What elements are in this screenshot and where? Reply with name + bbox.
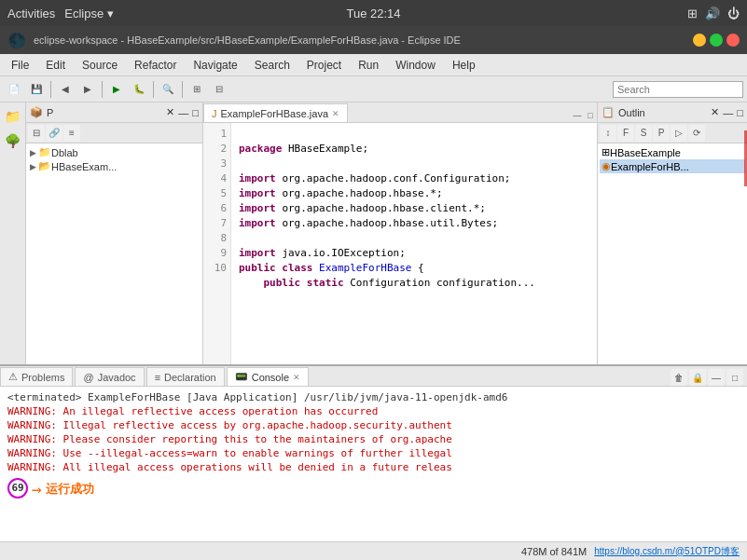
toolbar-save[interactable]: 💾 xyxy=(26,79,47,100)
outline-class-icon: ◉ xyxy=(602,160,611,172)
code-area: 1 2 3 4 5 6 7 8 9 10 package HBaseExampl… xyxy=(203,123,597,364)
line-badge: 69 xyxy=(7,478,28,499)
toolbar-forward[interactable]: ▶ xyxy=(77,79,98,100)
outline-hide-static[interactable]: S xyxy=(635,125,652,142)
editor-max-btn[interactable]: □ xyxy=(584,109,597,122)
toolbar-back[interactable]: ◀ xyxy=(55,79,76,100)
window-title: eclipse-workspace - HBaseExample/src/HBa… xyxy=(34,34,461,46)
eclipse-menu[interactable]: Eclipse ▾ xyxy=(64,7,114,20)
line-num-6: 6 xyxy=(203,201,230,216)
window-controls xyxy=(693,34,740,47)
console-min[interactable]: — xyxy=(708,369,725,386)
editor-tab-exampleforhbase[interactable]: J ExampleForHBase.java ✕ xyxy=(203,103,348,122)
tree-label: HBaseExam... xyxy=(51,161,117,172)
ptb-link[interactable]: 🔗 xyxy=(46,125,62,142)
outline-max[interactable]: □ xyxy=(737,107,743,118)
toolbar-search-btn[interactable]: 🔍 xyxy=(158,79,178,100)
minimize-button[interactable] xyxy=(693,34,706,47)
outline-header: 📋 Outlin ✕ — □ xyxy=(598,102,747,123)
menu-refactor[interactable]: Refactor xyxy=(127,57,184,74)
tab-declaration[interactable]: ≡ Declaration xyxy=(146,367,225,386)
status-link[interactable]: https://blog.csdn.m/@51OTPD博客 xyxy=(594,545,740,558)
console-warning-1: WARNING: An illegal reflective access op… xyxy=(7,404,740,418)
sidebar-hierarchy-icon[interactable]: 🌳 xyxy=(3,130,23,151)
ptb-collapse[interactable]: ⊟ xyxy=(28,125,45,142)
editor-tab-label: ExampleForHBase.java xyxy=(221,108,329,119)
outline-item-hbaseexample[interactable]: ⊞ HBaseExample xyxy=(600,145,745,159)
eclipse-logo-icon: 🌑 xyxy=(7,32,26,49)
tab-console-close[interactable]: ✕ xyxy=(293,373,300,382)
editor-tab-close[interactable]: ✕ xyxy=(332,109,339,118)
volume-icon: 🔊 xyxy=(705,7,720,20)
outline-hide-fields[interactable]: F xyxy=(617,125,634,142)
console-area[interactable]: <terminated> ExampleForHBase [Java Appli… xyxy=(0,387,747,541)
main-area: 📁 🌳 📦 P ✕ — □ ⊟ 🔗 ≡ ▶ 📁 Dblab xyxy=(0,102,747,364)
editor-min-btn[interactable]: — xyxy=(571,109,584,122)
toolbar-new[interactable]: 📄 xyxy=(4,79,24,100)
outline-expand[interactable]: ▷ xyxy=(671,125,687,142)
code-content[interactable]: package HBaseExample; import org.apache.… xyxy=(231,123,597,364)
outline-hide-nonpub[interactable]: P xyxy=(653,125,670,142)
tab-console-label: Console xyxy=(252,372,289,383)
arrow-icon: → xyxy=(32,482,42,496)
line-numbers: 1 2 3 4 5 6 7 8 9 10 xyxy=(203,123,231,364)
menu-source[interactable]: Source xyxy=(75,57,125,74)
console-icon: 📟 xyxy=(235,371,248,383)
outline-class-label: ExampleForHB... xyxy=(611,161,689,172)
menu-search[interactable]: Search xyxy=(247,57,297,74)
console-max[interactable]: □ xyxy=(726,369,743,386)
toolbar-sep1 xyxy=(50,81,51,98)
line-num-8: 8 xyxy=(203,231,230,246)
menu-run[interactable]: Run xyxy=(351,57,386,74)
outline-sync[interactable]: ⟳ xyxy=(688,125,705,142)
maximize-button[interactable] xyxy=(710,34,723,47)
window-titlebar: 🌑 eclipse-workspace - HBaseExample/src/H… xyxy=(0,26,747,54)
tab-console[interactable]: 📟 Console ✕ xyxy=(227,367,309,386)
package-explorer-min[interactable]: — xyxy=(178,107,188,118)
outline-min[interactable]: — xyxy=(723,107,733,118)
console-scroll-lock[interactable]: 🔒 xyxy=(689,369,706,386)
tree-item-dblab[interactable]: ▶ 📁 Dblab xyxy=(28,145,201,159)
console-clear[interactable]: 🗑 xyxy=(671,369,687,386)
activities-label[interactable]: Activities xyxy=(7,7,55,20)
power-icon: ⏻ xyxy=(727,7,740,20)
menu-help[interactable]: Help xyxy=(445,57,483,74)
package-explorer-close[interactable]: ✕ xyxy=(166,106,174,118)
editor-panel: J ExampleForHBase.java ✕ — □ 1 2 3 4 5 6… xyxy=(203,102,598,364)
menu-edit[interactable]: Edit xyxy=(38,57,73,74)
menu-window[interactable]: Window xyxy=(388,57,443,74)
toolbar-run[interactable]: ▶ xyxy=(106,79,127,100)
console-terminated-line: <terminated> ExampleForHBase [Java Appli… xyxy=(7,390,740,404)
toolbar-perspective[interactable]: ⊞ xyxy=(187,79,207,100)
menu-file[interactable]: File xyxy=(4,57,36,74)
tree-item-hbaseexample[interactable]: ▶ 📂 HBaseExam... xyxy=(28,159,201,173)
bottom-tabs: ⚠ Problems @ Javadoc ≡ Declaration 📟 Con… xyxy=(0,366,747,387)
toolbar-sep3 xyxy=(153,81,154,98)
toolbar-grid[interactable]: ⊟ xyxy=(209,79,229,100)
outline-sort[interactable]: ↕ xyxy=(600,125,616,142)
toolbar-search-input[interactable] xyxy=(613,81,743,98)
outline-item-class[interactable]: ◉ ExampleForHB... xyxy=(600,159,745,173)
menu-navigate[interactable]: Navigate xyxy=(186,57,244,74)
tab-problems[interactable]: ⚠ Problems xyxy=(0,367,73,386)
tab-javadoc[interactable]: @ Javadoc xyxy=(75,367,144,386)
network-icon: ⊞ xyxy=(687,7,698,20)
package-explorer-max[interactable]: □ xyxy=(192,107,199,118)
arrow-icon: ▶ xyxy=(30,148,36,157)
ptb-menu[interactable]: ≡ xyxy=(63,125,80,142)
memory-status: 478M of 841M xyxy=(521,546,587,557)
problems-icon: ⚠ xyxy=(8,371,18,383)
outline-title: Outlin xyxy=(618,107,645,118)
toolbar-debug[interactable]: 🐛 xyxy=(129,79,149,100)
close-button[interactable] xyxy=(726,34,740,47)
package-explorer-header: 📦 P ✕ — □ xyxy=(26,102,202,123)
bottom-section: ⚠ Problems @ Javadoc ≡ Declaration 📟 Con… xyxy=(0,364,747,560)
console-warning-3: WARNING: Please consider reporting this … xyxy=(7,432,740,446)
outline-close[interactable]: ✕ xyxy=(711,106,719,118)
sidebar-packages-icon[interactable]: 📁 xyxy=(3,106,23,127)
java-file-icon: J xyxy=(212,108,217,119)
toolbar-sep4 xyxy=(182,81,183,98)
left-sidebar: 📁 🌳 xyxy=(0,102,26,364)
menu-project[interactable]: Project xyxy=(299,57,349,74)
package-explorer-panel: 📦 P ✕ — □ ⊟ 🔗 ≡ ▶ 📁 Dblab ▶ 📂 xyxy=(26,102,203,364)
